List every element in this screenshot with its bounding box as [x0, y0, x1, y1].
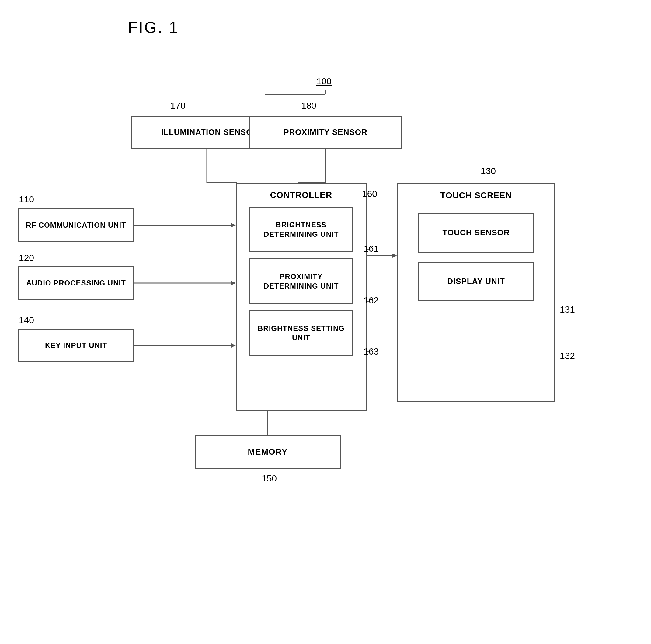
ref-130: 130: [480, 166, 496, 176]
svg-marker-13: [393, 254, 397, 258]
audio-processing-unit-box: AUDIO PROCESSING UNIT: [18, 266, 134, 300]
ref-120: 120: [19, 253, 34, 263]
ref-140: 140: [19, 315, 34, 325]
key-input-unit-box: KEY INPUT UNIT: [18, 329, 134, 362]
ref-161: 161: [364, 243, 379, 254]
brightness-setting-unit-box: BRIGHTNESS SETTING UNIT: [249, 310, 353, 356]
ref-131: 131: [560, 304, 575, 315]
brightness-determining-unit-box: BRIGHTNESS DETERMINING UNIT: [249, 207, 353, 252]
ref-110: 110: [19, 194, 34, 205]
ref-132: 132: [560, 351, 575, 361]
svg-marker-9: [231, 281, 236, 285]
controller-box: CONTROLLER BRIGHTNESS DETERMINING UNIT P…: [236, 183, 367, 411]
diagram: FIG. 1: [0, 0, 651, 644]
proximity-sensor-box: PROXIMITY SENSOR: [249, 116, 402, 149]
svg-marker-7: [231, 223, 236, 227]
ref-162: 162: [364, 295, 379, 305]
touch-sensor-box: TOUCH SENSOR: [418, 213, 534, 253]
rf-communication-unit-box: RF COMMUNICATION UNIT: [18, 208, 134, 242]
ref-100: 100: [316, 76, 332, 86]
ref-163: 163: [364, 346, 379, 357]
ref-160: 160: [362, 189, 377, 199]
figure-title: FIG. 1: [128, 18, 179, 36]
proximity-determining-unit-box: PROXIMITY DETERMINING UNIT: [249, 258, 353, 304]
ref-150: 150: [261, 473, 277, 484]
svg-marker-11: [231, 343, 236, 348]
ref-180: 180: [301, 100, 316, 111]
touch-screen-box: TOUCH SCREEN TOUCH SENSOR DISPLAY UNIT: [397, 183, 555, 402]
memory-box: MEMORY: [195, 435, 341, 469]
ref-170: 170: [170, 100, 186, 111]
display-unit-box: DISPLAY UNIT: [418, 262, 534, 301]
